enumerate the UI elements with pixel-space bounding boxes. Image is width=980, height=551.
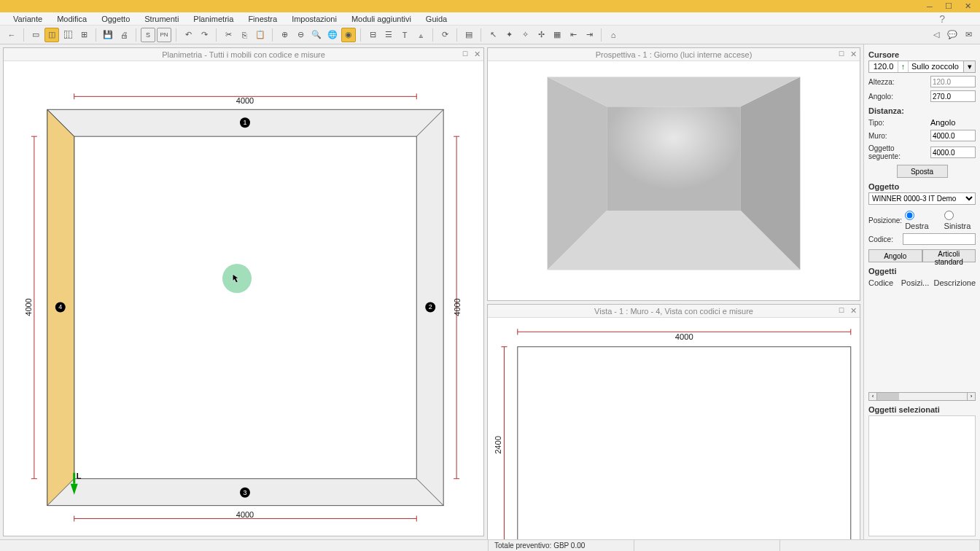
help-icon[interactable]: ? xyxy=(939,13,945,25)
panel-maximize-icon[interactable]: ☐ xyxy=(836,305,847,316)
oggetto-seguente-input[interactable] xyxy=(930,146,976,158)
copy-icon[interactable]: ⎘ xyxy=(237,28,252,42)
panel-close-icon[interactable]: ✕ xyxy=(848,305,858,316)
layout1-icon[interactable]: ▭ xyxy=(28,28,43,42)
oggetti-selezionati-box[interactable] xyxy=(868,415,976,536)
svg-text:L: L xyxy=(77,472,82,480)
menu-impostazioni[interactable]: Impostazioni xyxy=(284,13,344,25)
radio-destra[interactable]: Destra xyxy=(905,211,936,230)
layout3-icon[interactable]: ⿲ xyxy=(61,28,75,42)
wall-icon[interactable]: ⌂ xyxy=(606,28,621,42)
codice-label: Codice: xyxy=(868,235,900,243)
mail-icon[interactable]: ✉ xyxy=(961,28,976,42)
tool-a-icon[interactable]: ⊟ xyxy=(365,28,380,42)
globe-icon[interactable]: 🌐 xyxy=(325,28,340,42)
print-icon[interactable]: 🖨 xyxy=(117,28,131,42)
cursor-mode-label: Sullo zoccolo xyxy=(909,61,963,72)
menu-strumenti[interactable]: Strumenti xyxy=(137,13,186,25)
svg-rect-46 xyxy=(518,347,851,542)
zoom-in-icon[interactable]: ⊕ xyxy=(277,28,292,42)
scroll-left-icon[interactable]: ‹ xyxy=(868,392,877,401)
pn-icon[interactable]: PN xyxy=(157,28,171,42)
angolo-button[interactable]: Angolo xyxy=(868,249,922,262)
save-icon[interactable]: 💾 xyxy=(101,28,115,42)
altezza-input[interactable] xyxy=(930,76,976,87)
grid-icon[interactable]: ▦ xyxy=(550,28,564,42)
svg-text:2: 2 xyxy=(429,303,432,310)
panel-maximize-icon[interactable]: ☐ xyxy=(836,49,847,59)
status-blank2 xyxy=(780,540,980,551)
zoom-area-icon[interactable]: 🔍 xyxy=(309,28,324,42)
elevation-canvas[interactable]: 4000 2400 xyxy=(488,318,860,550)
close-button[interactable]: ✕ xyxy=(958,1,977,12)
menu-oggetto[interactable]: Oggetto xyxy=(94,13,137,25)
minimize-button[interactable]: ─ xyxy=(920,1,939,12)
svg-text:4000: 4000 xyxy=(453,298,462,316)
cursor-mode-select[interactable]: 120.0 ↑ Sullo zoccolo ▾ xyxy=(868,60,976,73)
svg-marker-33 xyxy=(607,106,741,211)
tool-d-icon[interactable]: ⟁ xyxy=(413,28,428,42)
distanza-heading: Distanza: xyxy=(868,106,976,115)
floorplan-panel: Planimetria - Tutti i mobili con codice … xyxy=(3,47,484,536)
scroll-right-icon[interactable]: › xyxy=(967,392,976,401)
menu-planimetria[interactable]: Planimetria xyxy=(186,13,241,25)
catalog-select[interactable]: WINNER 0000-3 IT Demo xyxy=(868,192,976,205)
chevron-down-icon[interactable]: ▾ xyxy=(963,61,975,72)
muro-label: Muro: xyxy=(868,132,928,140)
panel-maximize-icon[interactable]: ☐ xyxy=(460,49,470,59)
snap2-icon[interactable]: ✧ xyxy=(518,28,532,42)
cut-icon[interactable]: ✂ xyxy=(221,28,236,42)
angolo-input[interactable] xyxy=(930,90,976,102)
layout4-icon[interactable]: ⊞ xyxy=(77,28,91,42)
cursor-value: 120.0 xyxy=(869,61,898,72)
oggetti-scrollbar[interactable]: ‹ › xyxy=(868,392,976,401)
tool-c-icon[interactable]: T xyxy=(397,28,412,42)
elevation-panel: Vista - 1 : Muro - 4, Vista con codici e… xyxy=(487,304,860,550)
perspective-canvas[interactable] xyxy=(488,61,860,300)
panel-close-icon[interactable]: ✕ xyxy=(472,49,482,59)
redo-icon[interactable]: ↷ xyxy=(197,28,211,42)
floorplan-title-text: Planimetria - Tutti i mobili con codice … xyxy=(162,50,325,59)
zoom-out-icon[interactable]: ⊖ xyxy=(293,28,308,42)
list-icon[interactable]: ▤ xyxy=(462,28,476,42)
back-icon[interactable]: ← xyxy=(4,28,19,42)
angolo-label: Angolo: xyxy=(868,93,928,101)
muro-input[interactable] xyxy=(930,130,976,141)
menu-modifica[interactable]: Modifica xyxy=(50,13,94,25)
layout2-icon[interactable]: ◫ xyxy=(44,28,59,42)
sidebar: Cursore 120.0 ↑ Sullo zoccolo ▾ Altezza:… xyxy=(863,44,980,539)
chat-icon[interactable]: 💬 xyxy=(945,28,960,42)
oggetti-table-body[interactable] xyxy=(868,289,976,391)
maximize-button[interactable]: ☐ xyxy=(939,1,958,12)
svg-text:1: 1 xyxy=(243,119,246,126)
dim2-icon[interactable]: ⇥ xyxy=(582,28,596,42)
sposta-button[interactable]: Sposta xyxy=(897,165,948,178)
menu-guida[interactable]: Guida xyxy=(419,13,454,25)
articoli-button[interactable]: Articoli standard xyxy=(922,249,976,262)
flag-icon[interactable]: ◁ xyxy=(929,28,944,42)
tool-b-icon[interactable]: ☰ xyxy=(381,28,396,42)
s-icon[interactable]: S xyxy=(141,28,155,42)
svg-text:4: 4 xyxy=(58,303,62,310)
tipo-label: Tipo: xyxy=(868,119,928,127)
refresh-icon[interactable]: ⟳ xyxy=(438,28,452,42)
window-titlebar: ─ ☐ ✕ xyxy=(0,0,980,12)
snap3-icon[interactable]: ✢ xyxy=(534,28,548,42)
oggetti-table-header: Codice Posizi... Descrizione xyxy=(868,278,976,287)
menu-moduli[interactable]: Moduli aggiuntivi xyxy=(344,13,419,25)
svg-text:4000: 4000 xyxy=(236,96,254,105)
pointer-icon[interactable]: ↖ xyxy=(486,28,500,42)
floorplan-canvas[interactable]: 1 2 3 4 4000 4000 xyxy=(4,61,483,536)
oggetti-heading: Oggetti xyxy=(868,267,976,276)
radio-sinistra[interactable]: Sinistra xyxy=(944,211,976,230)
dim1-icon[interactable]: ⇤ xyxy=(566,28,580,42)
menu-finestra[interactable]: Finestra xyxy=(241,13,284,25)
elevation-title: Vista - 1 : Muro - 4, Vista con codici e… xyxy=(488,305,860,318)
snap1-icon[interactable]: ✦ xyxy=(502,28,516,42)
undo-icon[interactable]: ↶ xyxy=(181,28,195,42)
codice-input[interactable] xyxy=(903,233,976,245)
panel-close-icon[interactable]: ✕ xyxy=(848,49,858,59)
menu-variante[interactable]: Variante xyxy=(6,13,50,25)
paste-icon[interactable]: 📋 xyxy=(253,28,268,42)
render-icon[interactable]: ◉ xyxy=(341,28,356,42)
